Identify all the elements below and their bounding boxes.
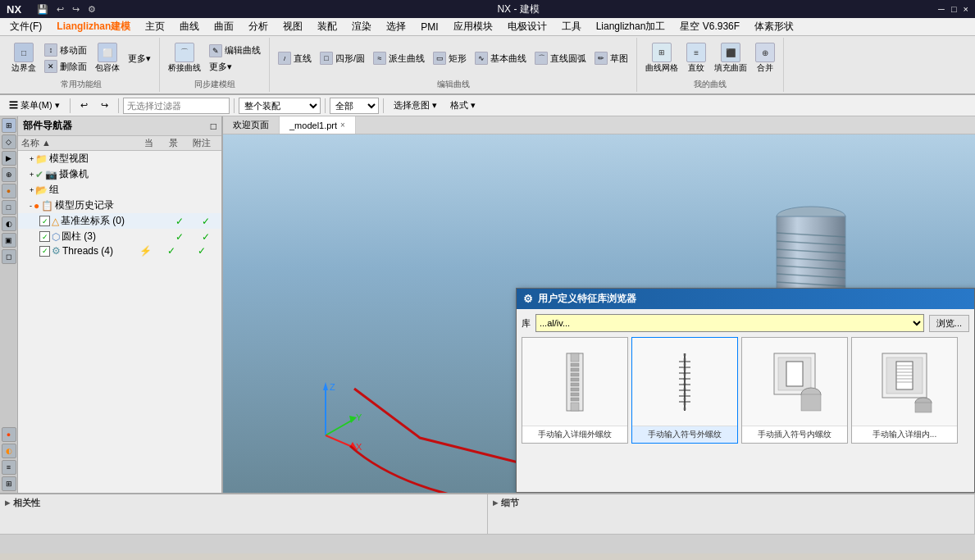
bottom-panels: ▶ 相关性 ▶ 细节: [0, 493, 975, 534]
li-icon-10[interactable]: ●: [2, 427, 16, 442]
menu-electrode[interactable]: 电极设计: [501, 18, 554, 35]
filter-input[interactable]: [123, 98, 230, 114]
ribbon-btn-more2[interactable]: 更多▾: [206, 60, 264, 74]
li-icon-5[interactable]: ●: [2, 184, 16, 198]
panel-details-expand[interactable]: ▶: [493, 499, 498, 507]
ribbon-btn-bbox[interactable]: □ 边界盒: [8, 41, 39, 75]
tab-welcome[interactable]: 欢迎页面: [223, 116, 280, 134]
ribbon-btn-more1[interactable]: 更多▾: [125, 52, 154, 66]
ribbon-btn-linearc[interactable]: ⌒ 直线圆弧: [531, 51, 590, 66]
li-icon-2[interactable]: ◇: [2, 134, 16, 149]
ribbon-btn-fillsurface[interactable]: ⬛ 填充曲面: [711, 41, 750, 75]
li-icon-11[interactable]: ◐: [2, 444, 16, 458]
ribbon-btn-merge[interactable]: ⊕ 合并: [752, 41, 778, 75]
tree-check-datum[interactable]: ✓: [39, 216, 50, 226]
tb-select-intent[interactable]: 选择意图 ▾: [388, 97, 443, 114]
li-icon-13[interactable]: ⊞: [2, 476, 16, 491]
tree-expand-modelviews[interactable]: +: [30, 155, 34, 163]
panel-relations-expand[interactable]: ▶: [5, 499, 10, 507]
maximize-btn[interactable]: □: [951, 4, 957, 14]
panel-details[interactable]: ▶ 细节: [488, 494, 976, 534]
li-icon-4[interactable]: ⊕: [2, 167, 16, 182]
udf-dialog[interactable]: ⚙ 用户定义特征库浏览器 库 ...al/iv... 浏览...: [516, 288, 975, 493]
ribbon-btn-deletefm[interactable]: ✕ 删除面: [41, 59, 90, 74]
tree-item-camera[interactable]: + ✔ 📷 摄像机: [18, 166, 221, 182]
tb-menu[interactable]: ☰ 菜单(M) ▾: [3, 97, 66, 114]
tree-expand-group[interactable]: +: [30, 186, 34, 194]
li-icon-6[interactable]: □: [2, 200, 16, 215]
minimize-btn[interactable]: ─: [938, 4, 945, 14]
save-icon[interactable]: 💾: [34, 3, 51, 16]
tree-expand-history[interactable]: -: [30, 202, 32, 210]
navigator-expand-btn[interactable]: □: [211, 121, 216, 132]
menu-select[interactable]: 选择: [380, 18, 412, 35]
menu-surface[interactable]: 曲面: [207, 18, 240, 35]
menu-primitive[interactable]: 体素形状: [748, 18, 800, 35]
li-icon-1[interactable]: ⊞: [2, 118, 16, 133]
undo-icon[interactable]: ↩: [54, 3, 66, 16]
tb-undo[interactable]: ↩: [75, 98, 93, 113]
menu-machining[interactable]: Lianglizhan加工: [590, 18, 672, 35]
panel-relations[interactable]: ▶ 相关性: [0, 494, 488, 534]
tree-item-threads[interactable]: ✓ ⚙ Threads (4) ⚡ ✓ ✓: [18, 244, 221, 257]
menu-home[interactable]: 主页: [139, 18, 171, 35]
enclose-icon: ⬜: [98, 43, 117, 62]
snap-select[interactable]: 全部: [330, 98, 379, 114]
svg-rect-32: [571, 368, 579, 371]
udf-browse-btn[interactable]: 浏览...: [929, 315, 969, 332]
ribbon-btn-ruled[interactable]: ≡ 直纹: [683, 41, 709, 75]
ribbon-btn-basiccurve[interactable]: ∿ 基本曲线: [472, 51, 530, 66]
tree-item-modelviews[interactable]: + 📁 模型视图: [18, 151, 221, 166]
ribbon-btn-curvegrid[interactable]: ⊞ 曲线网格: [642, 41, 681, 75]
tree-item-cylinder[interactable]: ✓ ⬡ 圆柱 (3) ✓ ✓: [18, 229, 221, 244]
tb-redo[interactable]: ↪: [95, 98, 114, 113]
tree-expand-camera[interactable]: +: [30, 171, 34, 179]
menu-tools[interactable]: 工具: [555, 18, 588, 35]
udf-card-2[interactable]: 手动输入符号外螺纹: [631, 337, 738, 444]
ribbon-btn-moveface[interactable]: ↕ 移动面: [41, 43, 90, 57]
tree-check-cylinder[interactable]: ✓: [39, 231, 50, 242]
ribbon-btn-line[interactable]: / 直线: [275, 51, 315, 66]
menu-pmi[interactable]: PMI: [414, 20, 444, 34]
ribbon-btn-sketch[interactable]: ✏ 草图: [591, 51, 631, 66]
udf-card-3[interactable]: 手动插入符号内螺纹: [741, 337, 848, 444]
menu-appmodule[interactable]: 应用模块: [447, 18, 499, 35]
ribbon-btn-rect2[interactable]: ▭ 矩形: [430, 51, 470, 66]
close-btn[interactable]: ×: [964, 4, 968, 14]
li-icon-9[interactable]: ◻: [2, 249, 16, 264]
menu-render[interactable]: 渲染: [345, 18, 378, 35]
tb-format[interactable]: 格式 ▾: [444, 97, 481, 114]
redo-icon[interactable]: ↪: [70, 3, 82, 16]
li-icon-8[interactable]: ▣: [2, 233, 16, 248]
tree-item-datum[interactable]: ✓ △ 基准坐标系 (0) ✓ ✓: [18, 213, 221, 229]
udf-card-1[interactable]: 手动输入详细外螺纹: [522, 337, 628, 444]
tree-item-history[interactable]: - ● 📋 模型历史记录: [18, 198, 221, 213]
menu-lianglizhan[interactable]: Lianglizhan建模: [50, 18, 137, 35]
li-icon-3[interactable]: ▶: [2, 151, 16, 166]
li-icon-7[interactable]: ◐: [2, 216, 16, 231]
li-icon-12[interactable]: ≡: [2, 460, 16, 475]
ribbon-btn-rect[interactable]: □ 四形/圆: [317, 51, 368, 66]
svg-rect-30: [571, 353, 579, 362]
assembly-select[interactable]: 整个装配: [239, 98, 321, 114]
udf-dialog-title[interactable]: ⚙ 用户定义特征库浏览器: [517, 289, 974, 309]
tree-check-threads[interactable]: ✓: [39, 246, 50, 257]
menu-assembly[interactable]: 装配: [311, 18, 344, 35]
ribbon-btn-enclose[interactable]: ⬜ 包容体: [92, 41, 123, 75]
tab-model1-close[interactable]: ×: [340, 121, 345, 130]
ribbon-btn-editcurve[interactable]: ✎ 编辑曲线: [206, 43, 264, 58]
tab-model1[interactable]: _model1.prt ×: [280, 116, 356, 134]
settings-icon[interactable]: ⚙: [85, 3, 98, 16]
ribbon-btn-bridgecurve[interactable]: ⌒ 桥接曲线: [165, 41, 204, 75]
menu-file[interactable]: 文件(F): [3, 18, 48, 35]
udf-card-4[interactable]: 手动输入详细内...: [851, 337, 958, 444]
menu-galaxy[interactable]: 星空 V6.936F: [673, 18, 746, 35]
merge-icon: ⊕: [755, 43, 775, 62]
menu-analysis[interactable]: 分析: [242, 18, 275, 35]
tree-item-group[interactable]: + 📂 组: [18, 182, 221, 198]
ribbon-btn-derivedcurve[interactable]: ≈ 派生曲线: [370, 51, 428, 66]
udf-lib-select[interactable]: ...al/iv...: [535, 314, 924, 332]
moveface-label: 移动面: [60, 44, 87, 57]
menu-view[interactable]: 视图: [276, 18, 309, 35]
menu-curve[interactable]: 曲线: [173, 18, 206, 35]
